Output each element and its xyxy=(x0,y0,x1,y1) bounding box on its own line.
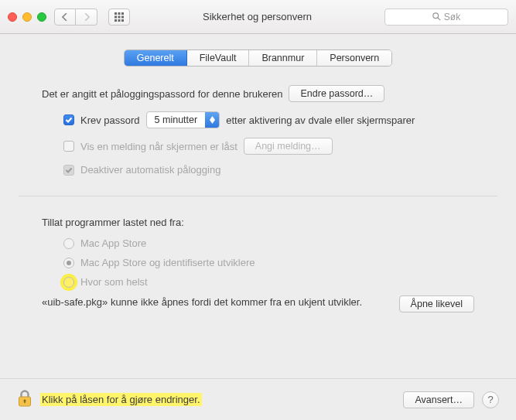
change-password-button[interactable]: Endre passord… xyxy=(289,85,384,102)
zoom-window-button[interactable] xyxy=(37,12,46,22)
disable-auto-login-checkbox xyxy=(63,165,74,176)
allow-mas-label: Mac App Store xyxy=(80,237,146,249)
svg-rect-6 xyxy=(114,19,117,22)
allow-anywhere-label: Hvor som helst xyxy=(80,276,148,288)
require-password-label: Krev passord xyxy=(80,114,140,126)
lock-icon[interactable] xyxy=(17,389,32,411)
forward-button[interactable] xyxy=(76,9,97,26)
disable-auto-login-label: Deaktiver automatisk pålogging xyxy=(80,164,220,176)
set-lock-message-button: Angi melding… xyxy=(244,138,333,155)
close-window-button[interactable] xyxy=(8,12,17,22)
search-icon xyxy=(432,12,441,21)
advanced-button[interactable]: Avansert… xyxy=(403,391,474,408)
delay-value: 5 minutter xyxy=(147,114,206,125)
svg-rect-1 xyxy=(118,12,121,15)
search-placeholder: Søk xyxy=(444,12,460,22)
svg-rect-5 xyxy=(121,15,124,18)
titlebar: Sikkerhet og personvern Søk xyxy=(0,0,516,34)
require-password-checkbox[interactable] xyxy=(63,114,74,125)
login-password-label: Det er angitt et påloggingspassord for d… xyxy=(42,88,282,100)
allow-apps-title: Tillat programmer lastet ned fra: xyxy=(42,217,474,228)
stepper-arrows-icon xyxy=(205,112,219,128)
show-message-checkbox xyxy=(63,141,74,152)
after-sleep-label: etter aktivering av dvale eller skjermsp… xyxy=(226,114,415,126)
svg-marker-12 xyxy=(210,120,215,124)
blocked-app-message: «uib-safe.pkg» kunne ikke åpnes fordi de… xyxy=(42,295,387,309)
show-message-label: Vis en melding når skjermen er låst xyxy=(80,141,237,152)
allow-mas-dev-label: Mac App Store og identifiserte utviklere xyxy=(80,257,255,268)
help-button[interactable]: ? xyxy=(482,391,499,408)
tab-privacy[interactable]: Personvern xyxy=(317,50,391,66)
svg-rect-4 xyxy=(118,15,121,18)
allow-mas-radio xyxy=(63,238,74,249)
minimize-window-button[interactable] xyxy=(22,12,32,22)
svg-line-10 xyxy=(438,18,440,20)
tab-bar: Generelt FileVault Brannmur Personvern xyxy=(0,50,516,67)
tab-filevault[interactable]: FileVault xyxy=(187,50,250,66)
content: Generelt FileVault Brannmur Personvern D… xyxy=(0,34,516,420)
window-controls xyxy=(8,12,46,22)
svg-rect-15 xyxy=(24,401,26,403)
open-anyway-button[interactable]: Åpne likevel xyxy=(399,295,474,312)
lock-hint-text: Klikk på låsen for å gjøre endringer. xyxy=(40,393,202,406)
window-title: Sikkerhet og personvern xyxy=(138,11,377,22)
svg-rect-3 xyxy=(114,15,117,18)
search-field[interactable]: Søk xyxy=(384,9,508,26)
svg-rect-0 xyxy=(114,12,117,15)
footer: Klikk på låsen for å gjøre endringer. Av… xyxy=(0,378,516,420)
svg-rect-8 xyxy=(121,19,124,22)
svg-rect-7 xyxy=(118,19,121,22)
require-password-delay-select[interactable]: 5 minutter xyxy=(146,111,220,128)
svg-rect-2 xyxy=(121,12,124,15)
allow-mas-dev-radio xyxy=(63,258,74,268)
allow-anywhere-radio xyxy=(63,277,74,288)
back-button[interactable] xyxy=(54,9,76,26)
svg-point-9 xyxy=(433,13,439,19)
show-all-button[interactable] xyxy=(108,9,130,26)
tab-general[interactable]: Generelt xyxy=(125,50,187,66)
tab-firewall[interactable]: Brannmur xyxy=(249,50,317,66)
nav-buttons xyxy=(54,9,97,26)
